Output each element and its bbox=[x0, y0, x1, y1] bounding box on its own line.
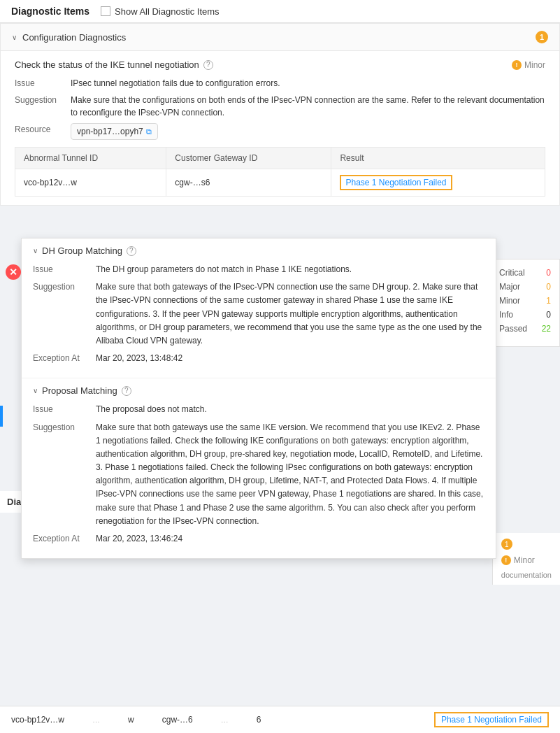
suggestion-row: Suggestion Make sure that the configurat… bbox=[15, 94, 545, 119]
dh-group-section: ∨ DH Group Matching ? Issue The DH group… bbox=[22, 239, 496, 378]
show-all-label[interactable]: Show All Diagnostic Items bbox=[101, 6, 220, 17]
bottom-minor-label: Minor bbox=[514, 555, 535, 565]
resource-tag[interactable]: vpn-bp17…opyh7 ⧉ bbox=[71, 123, 158, 140]
ike-title: Check the status of the IKE tunnel negot… bbox=[15, 59, 213, 70]
section-badge: 1 bbox=[536, 31, 548, 43]
dh-suggestion-row: Suggestion Make sure that both gateways … bbox=[33, 280, 484, 348]
section-header-left: ∨ Configuration Diagnostics bbox=[12, 32, 126, 43]
show-all-checkbox[interactable] bbox=[101, 6, 110, 16]
status-minor: ! Minor bbox=[512, 60, 545, 70]
critical-value: 0 bbox=[546, 268, 551, 278]
proposal-matching-title: Proposal Matching bbox=[42, 385, 117, 396]
proposal-exception-row: Exception At Mar 20, 2023, 13:46:24 bbox=[33, 532, 484, 546]
bottom-tunnel-dots: … bbox=[92, 716, 100, 724]
page-wrapper: Diagnostic Items Show All Diagnostic Ite… bbox=[0, 0, 560, 733]
dh-group-info-icon[interactable]: ? bbox=[127, 246, 136, 256]
issue-row: Issue IPsec tunnel negotiation fails due… bbox=[15, 77, 545, 90]
proposal-matching-header[interactable]: ∨ Proposal Matching ? bbox=[33, 385, 484, 396]
bottom-gateway-id: cgw-…6 bbox=[162, 715, 193, 725]
resource-row: Resource vpn-bp17…opyh7 ⧉ bbox=[15, 123, 545, 140]
header-bar: Diagnostic Items Show All Diagnostic Ite… bbox=[0, 0, 560, 23]
dh-group-header[interactable]: ∨ DH Group Matching ? bbox=[33, 245, 484, 256]
dh-exception-row: Exception At Mar 20, 2023, 13:48:42 bbox=[33, 352, 484, 365]
right-minor-area: 1 ! Minor documentation bbox=[492, 533, 560, 585]
bottom-minor-dot: ! bbox=[501, 555, 511, 565]
critical-stat: Critical 0 bbox=[499, 268, 551, 278]
chevron-icon-dh: ∨ bbox=[33, 247, 38, 255]
info-stat: Info 0 bbox=[499, 310, 551, 320]
critical-label: Critical bbox=[499, 268, 525, 278]
blue-accent-bar bbox=[0, 406, 3, 427]
bottom-tunnel-w: w bbox=[128, 715, 134, 725]
minor-stat: Minor 1 bbox=[499, 296, 551, 306]
major-value: 0 bbox=[546, 282, 551, 292]
ike-section: Check the status of the IKE tunnel negot… bbox=[1, 51, 559, 205]
bottom-table-row: vco-bp12v…w … w cgw-…6 … 6 Phase 1 Negot… bbox=[0, 706, 560, 733]
major-stat: Major 0 bbox=[499, 282, 551, 292]
phase1-failed-link[interactable]: Phase 1 Negotiation Failed bbox=[340, 175, 452, 190]
col-result: Result bbox=[331, 148, 545, 169]
bottom-tunnel-id: vco-bp12v…w bbox=[11, 715, 64, 725]
info-icon[interactable]: ? bbox=[203, 60, 213, 70]
config-diagnostics-card: ∨ Configuration Diagnostics 1 Check the … bbox=[0, 23, 560, 206]
minor-value: 1 bbox=[546, 296, 551, 306]
cell-gateway-id: cgw-…s6 bbox=[166, 169, 331, 197]
passed-label: Passed bbox=[499, 324, 527, 334]
bottom-gateway-num: 6 bbox=[257, 715, 261, 725]
passed-value: 22 bbox=[542, 324, 551, 334]
proposal-issue-row: Issue The proposal does not match. bbox=[33, 403, 484, 416]
error-close-icon[interactable]: ✕ bbox=[6, 264, 21, 280]
info-value: 0 bbox=[546, 310, 551, 320]
major-label: Major bbox=[499, 282, 520, 292]
dh-issue-row: Issue The DH group parameters do not mat… bbox=[33, 263, 484, 276]
col-gateway-id: Customer Gateway ID bbox=[166, 148, 331, 169]
ike-header: Check the status of the IKE tunnel negot… bbox=[15, 59, 545, 70]
doc-text: documentation bbox=[501, 571, 552, 579]
config-diagnostics-header[interactable]: ∨ Configuration Diagnostics 1 bbox=[1, 24, 559, 51]
passed-stat: Passed 22 bbox=[499, 324, 551, 334]
overlay-panel: ∨ DH Group Matching ? Issue The DH group… bbox=[21, 238, 496, 559]
bottom-table-area: vco-bp12v…w … w cgw-…6 … 6 Phase 1 Negot… bbox=[0, 706, 560, 733]
page-title: Diagnostic Items bbox=[11, 6, 89, 17]
col-tunnel-id: Abnormal Tunnel ID bbox=[15, 148, 166, 169]
cell-tunnel-id: vco-bp12v…w bbox=[15, 169, 166, 197]
cell-result: Phase 1 Negotiation Failed bbox=[331, 169, 545, 197]
bottom-gateway-dots: … bbox=[221, 716, 229, 724]
chevron-icon-proposal: ∨ bbox=[33, 387, 38, 394]
proposal-suggestion-row: Suggestion Make sure that both gateways … bbox=[33, 421, 484, 529]
phase1-failed-bottom-link[interactable]: Phase 1 Negotiation Failed bbox=[434, 712, 549, 727]
table-row: vco-bp12v…w cgw-…s6 Phase 1 Negotiation … bbox=[15, 169, 545, 197]
dh-group-title: DH Group Matching bbox=[42, 245, 122, 256]
minor-label: Minor bbox=[499, 296, 520, 306]
proposal-info-icon[interactable]: ? bbox=[122, 386, 131, 396]
external-link-icon[interactable]: ⧉ bbox=[146, 126, 152, 138]
right-sidebar: Critical 0 Major 0 Minor 1 Info 0 Passed… bbox=[490, 259, 560, 347]
chevron-down-icon: ∨ bbox=[12, 34, 17, 41]
info-label: Info bbox=[499, 310, 513, 320]
status-dot-icon: ! bbox=[512, 60, 522, 70]
bottom-badge: 1 bbox=[501, 539, 512, 550]
section-title: Configuration Diagnostics bbox=[22, 32, 126, 43]
proposal-matching-section: ∨ Proposal Matching ? Issue The proposal… bbox=[22, 378, 496, 558]
result-table: Abnormal Tunnel ID Customer Gateway ID R… bbox=[15, 147, 545, 197]
